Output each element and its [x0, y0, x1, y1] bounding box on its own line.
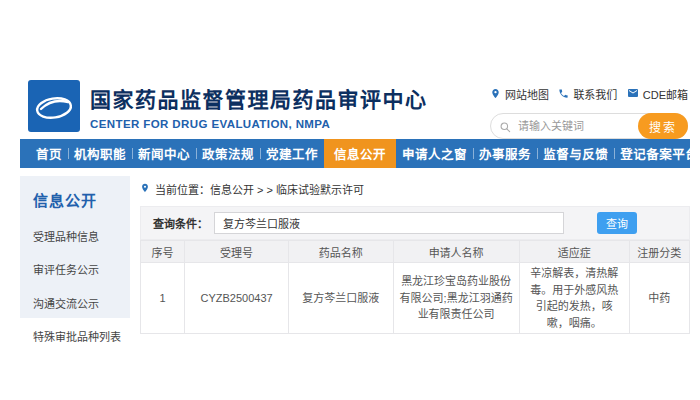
- sidebar-title: 信息公开: [33, 189, 130, 210]
- column-header-drug-name: 药品名称: [289, 241, 393, 263]
- sidebar-item-review-tasks[interactable]: 审评任务公示: [33, 261, 130, 277]
- site-search: 搜索: [490, 113, 688, 139]
- site-header: 国家药品监督管理局药品审评中心 CENTER FOR DRUG EVALUATI…: [20, 76, 690, 138]
- quick-link-sitemap[interactable]: 网站地图: [490, 86, 549, 102]
- envelope-icon: [627, 87, 639, 101]
- column-header-seq: 序号: [141, 241, 185, 263]
- nav-item-policies[interactable]: 政策法规: [196, 139, 260, 168]
- column-header-acceptance-no: 受理号: [184, 241, 288, 263]
- page: 国家药品监督管理局药品审评中心 CENTER FOR DRUG EVALUATI…: [0, 0, 700, 400]
- quick-link-label: CDE邮箱: [643, 86, 688, 102]
- query-bar: 查询条件： 查询: [140, 206, 690, 240]
- quick-link-mailbox[interactable]: CDE邮箱: [627, 86, 688, 102]
- cell-seq: 1: [141, 263, 185, 334]
- nav-item-home[interactable]: 首页: [30, 139, 68, 168]
- sidebar-item-special-approval-list[interactable]: 特殊审批品种列表: [33, 328, 130, 344]
- phone-icon: [558, 88, 569, 101]
- nav-item-registration-platform[interactable]: 登记备案平台: [614, 139, 700, 168]
- location-pin-icon: [140, 182, 150, 196]
- map-pin-icon: [490, 88, 501, 101]
- site-search-button[interactable]: 搜索: [638, 113, 688, 139]
- site-subtitle: CENTER FOR DRUG EVALUATION, NMPA: [90, 118, 428, 130]
- query-condition-label: 查询条件：: [153, 215, 208, 231]
- cell-drug-name: 复方芩兰口服液: [289, 263, 393, 334]
- quick-links: 网站地图 联系我们 CDE邮箱: [490, 86, 688, 102]
- breadcrumb: 当前位置：信息公开 > > 临床试验默示许可: [140, 182, 690, 196]
- nav-item-services[interactable]: 办事服务: [473, 139, 537, 168]
- brand-text: 国家药品监督管理局药品审评中心 CENTER FOR DRUG EVALUATI…: [90, 80, 428, 130]
- sidebar-item-accepted-varieties[interactable]: 受理品种信息: [33, 228, 130, 244]
- quick-link-label: 联系我们: [573, 86, 617, 102]
- search-icon: [499, 120, 512, 138]
- cell-applicant: 黑龙江珍宝岛药业股份有限公司;黑龙江羽通药业有限责任公司: [393, 263, 519, 334]
- nav-item-applicant-window[interactable]: 申请人之窗: [396, 139, 473, 168]
- cell-category: 中药: [629, 263, 689, 334]
- sidebar-item-communication[interactable]: 沟通交流公示: [33, 295, 130, 311]
- site-title: 国家药品监督管理局药品审评中心: [90, 83, 428, 113]
- nav-item-functions[interactable]: 机构职能: [68, 139, 132, 168]
- nav-item-party-building[interactable]: 党建工作: [260, 139, 324, 168]
- cell-acceptance-no: CYZB2500437: [184, 263, 288, 334]
- query-input[interactable]: [214, 212, 564, 234]
- nav-item-supervision-feedback[interactable]: 监督与反馈: [537, 139, 614, 168]
- table-header-row: 序号 受理号 药品名称 申请人名称 适应症 注册分类: [141, 241, 690, 263]
- quick-link-contact[interactable]: 联系我们: [558, 86, 617, 102]
- column-header-indication: 适应症: [519, 241, 629, 263]
- column-header-applicant: 申请人名称: [393, 241, 519, 263]
- cell-indication: 辛凉解表，清热解毒。用于外感风热引起的发热，咳嗽，咽痛。: [519, 263, 629, 334]
- table-row: 1 CYZB2500437 复方芩兰口服液 黑龙江珍宝岛药业股份有限公司;黑龙江…: [141, 263, 690, 334]
- quick-link-label: 网站地图: [505, 86, 549, 102]
- cde-logo-icon[interactable]: [28, 80, 80, 132]
- breadcrumb-text: 当前位置：信息公开 > > 临床试验默示许可: [155, 181, 364, 197]
- results-table: 序号 受理号 药品名称 申请人名称 适应症 注册分类 1 CYZB2500437…: [140, 240, 690, 334]
- header-utilities: 网站地图 联系我们 CDE邮箱: [490, 86, 688, 139]
- content: 当前位置：信息公开 > > 临床试验默示许可 查询条件： 查询 序号 受理号 药…: [140, 182, 690, 334]
- main-nav: 首页 机构职能 新闻中心 政策法规 党建工作 信息公开 申请人之窗 办事服务 监…: [20, 139, 690, 168]
- query-button[interactable]: 查询: [597, 212, 637, 234]
- column-header-category: 注册分类: [629, 241, 689, 263]
- brand: 国家药品监督管理局药品审评中心 CENTER FOR DRUG EVALUATI…: [28, 80, 428, 132]
- nav-item-info-disclosure[interactable]: 信息公开: [324, 139, 396, 168]
- nav-item-news[interactable]: 新闻中心: [132, 139, 196, 168]
- sidebar: 信息公开 受理品种信息 审评任务公示 沟通交流公示 特殊审批品种列表: [20, 176, 130, 318]
